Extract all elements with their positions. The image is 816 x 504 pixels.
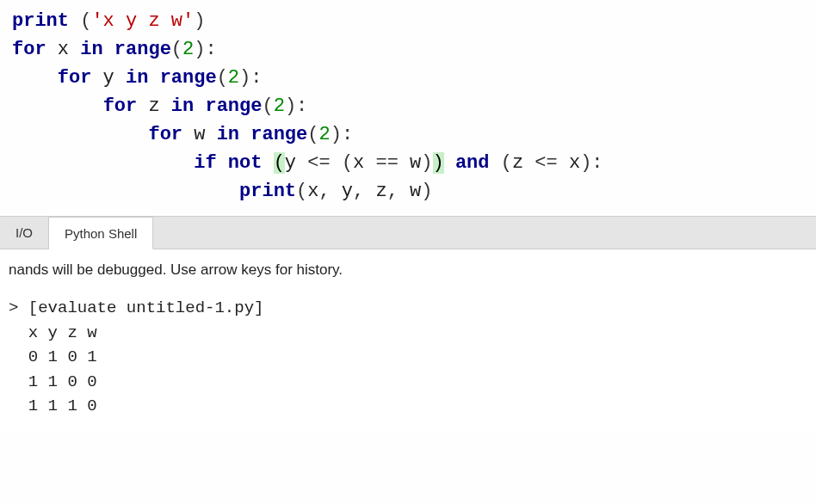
tab-bar: I/O Python Shell <box>0 217 816 249</box>
tab-io[interactable]: I/O <box>0 217 49 249</box>
code-line: for y in range(2): <box>12 64 804 92</box>
tab-python-shell[interactable]: Python Shell <box>49 217 153 249</box>
code-line: for x in range(2): <box>12 35 804 64</box>
code-line: print ('x y z w') <box>12 7 804 35</box>
code-line: for z in range(2): <box>12 92 804 120</box>
code-editor[interactable]: print ('x y z w')for x in range(2): for … <box>0 0 816 217</box>
code-line: for w in range(2): <box>12 120 804 149</box>
shell-panel[interactable]: nands will be debugged. Use arrow keys f… <box>0 249 816 431</box>
code-line: if not (y <= (x == w)) and (z <= x): <box>12 149 804 177</box>
shell-message: nands will be debugged. Use arrow keys f… <box>9 261 807 279</box>
code-line: print(x, y, z, w) <box>12 177 804 206</box>
shell-output: > [evaluate untitled-1.py] x y z w 0 1 0… <box>9 296 807 419</box>
